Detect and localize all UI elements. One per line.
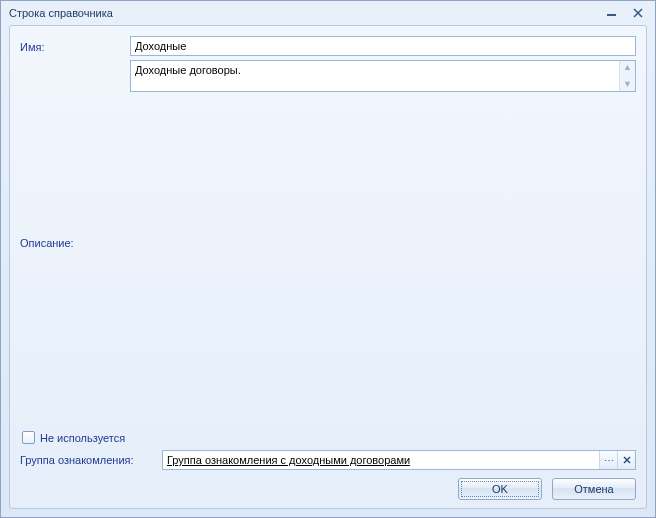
svg-rect-0 — [607, 14, 616, 16]
not-used-checkbox[interactable] — [22, 431, 35, 444]
scroll-up-icon: ▲ — [623, 63, 632, 72]
close-button[interactable] — [627, 5, 649, 21]
clear-button[interactable] — [617, 451, 635, 469]
name-label: Имя: — [20, 39, 130, 53]
scrollbar[interactable]: ▲ ▼ — [619, 61, 635, 91]
titlebar: Строка справочника — [1, 1, 655, 25]
description-input[interactable] — [131, 61, 619, 91]
group-field: ⋯ — [162, 450, 636, 470]
name-row: Имя: — [20, 36, 636, 56]
not-used-label: Не используется — [40, 432, 125, 444]
dialog-window: Строка справочника Имя: Описание: ▲ ▼ — [0, 0, 656, 518]
description-row: Описание: ▲ ▼ — [20, 60, 636, 423]
cancel-button[interactable]: Отмена — [552, 478, 636, 500]
group-label: Группа ознакомления: — [20, 454, 162, 466]
group-input[interactable] — [163, 451, 599, 469]
description-label: Описание: — [20, 235, 130, 249]
scroll-down-icon: ▼ — [623, 80, 632, 89]
description-wrap: ▲ ▼ — [130, 60, 636, 92]
group-row: Группа ознакомления: ⋯ — [20, 450, 636, 470]
clear-icon — [623, 456, 631, 464]
button-row: OK Отмена — [20, 478, 636, 500]
ellipsis-icon: ⋯ — [604, 455, 614, 466]
content-panel: Имя: Описание: ▲ ▼ Не используется Групп… — [9, 25, 647, 509]
not-used-row[interactable]: Не используется — [22, 431, 636, 444]
window-title: Строка справочника — [9, 7, 597, 19]
minimize-button[interactable] — [601, 5, 623, 21]
name-input[interactable] — [130, 36, 636, 56]
lookup-button[interactable]: ⋯ — [599, 451, 617, 469]
ok-button[interactable]: OK — [458, 478, 542, 500]
